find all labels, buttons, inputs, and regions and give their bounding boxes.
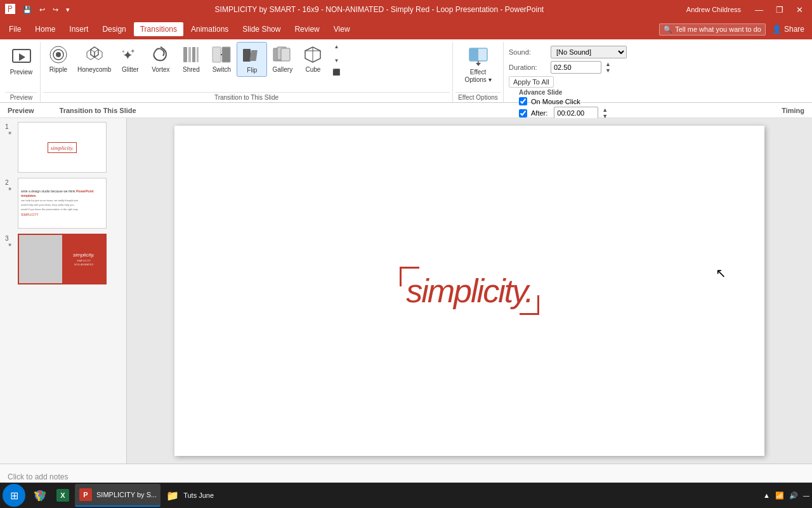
taskbar-excel[interactable]: X xyxy=(52,484,74,507)
preview-button[interactable]: Preview xyxy=(6,44,37,78)
slide-thumb-1[interactable]: 1 ★ simplicity. xyxy=(3,121,124,174)
close-button[interactable]: ✕ xyxy=(792,4,807,16)
slide-star-3: ★ xyxy=(8,242,12,248)
undo-button[interactable]: ↩ xyxy=(37,4,48,15)
menu-transitions[interactable]: Transitions xyxy=(134,22,183,36)
svg-rect-12 xyxy=(188,47,191,62)
transition-cube[interactable]: Cube xyxy=(298,42,328,76)
svg-rect-13 xyxy=(192,47,195,62)
honeycomb-label: Honeycomb xyxy=(77,66,111,73)
ribbon-preview-section: Preview Preview xyxy=(3,42,41,102)
folder-label: Tuts June xyxy=(183,491,214,499)
slide-thumb-3[interactable]: 3 ★ simplicity. SIMPLICITYNON-ANIMATED xyxy=(3,232,124,286)
effect-options-icon xyxy=(467,46,490,69)
transition-glitter[interactable]: ✦ ✦ ✦ Glitter xyxy=(115,42,145,76)
folder-icon: 📁 xyxy=(166,488,180,502)
after-input[interactable] xyxy=(554,107,598,119)
ribbon-effect-options-section: EffectOptions ▾ Effect Options xyxy=(453,42,504,102)
powerpoint-label: SIMPLICITY by S... xyxy=(96,491,157,498)
svg-rect-11 xyxy=(183,47,187,62)
slide3-left xyxy=(19,235,62,283)
svg-point-2 xyxy=(56,52,61,57)
slide-canvas[interactable]: simplicity. ↖ xyxy=(174,126,764,456)
menu-insert[interactable]: Insert xyxy=(63,22,95,36)
ribbon-transitions-section: Ripple Honeycomb xyxy=(41,42,453,102)
menu-home[interactable]: Home xyxy=(29,22,62,36)
svg-rect-16 xyxy=(222,47,230,62)
transition-shred[interactable]: Shred xyxy=(176,42,206,76)
slide-logo-container: simplicity. xyxy=(406,272,532,310)
svg-rect-19 xyxy=(250,50,258,61)
menu-slideshow[interactable]: Slide Show xyxy=(236,22,287,36)
save-button[interactable]: 💾 xyxy=(20,4,34,15)
slide-num-3: 3 xyxy=(5,234,14,242)
menu-view[interactable]: View xyxy=(327,22,357,36)
transition-switch[interactable]: Switch xyxy=(206,42,237,76)
scroll-up-arrow[interactable]: ▲ xyxy=(332,42,341,51)
sound-select[interactable]: [No Sound] xyxy=(551,46,627,58)
svg-rect-22 xyxy=(281,48,290,61)
slide-img-2: write a design studio because we think P… xyxy=(18,178,107,229)
svg-text:✦: ✦ xyxy=(130,48,135,55)
preview-icon xyxy=(11,47,32,67)
transition-flip[interactable]: Flip xyxy=(237,42,267,77)
menu-review[interactable]: Review xyxy=(288,22,325,36)
switch-label: Switch xyxy=(213,66,231,73)
customize-qat-button[interactable]: ▾ xyxy=(63,4,72,15)
transition-gallery[interactable]: Gallery xyxy=(267,42,298,76)
restore-button[interactable]: ❐ xyxy=(772,4,787,16)
ribbon-timing-section: Sound: [No Sound] Duration: ▲▼ Apply To … xyxy=(504,42,632,102)
menu-design[interactable]: Design xyxy=(96,22,132,36)
apply-all-button[interactable]: Apply To All xyxy=(509,76,554,88)
taskbar-time: ▲ xyxy=(763,491,770,499)
redo-button[interactable]: ↪ xyxy=(50,4,61,15)
on-click-checkbox[interactable] xyxy=(519,97,527,105)
taskbar-volume: 🔊 xyxy=(789,491,798,500)
scroll-down-arrow[interactable]: ▼ xyxy=(332,56,341,65)
glitter-label: Glitter xyxy=(122,66,139,73)
duration-spinner-up[interactable]: ▲▼ xyxy=(605,61,611,74)
transitions-section-label: Transition to This Slide xyxy=(43,92,450,102)
menu-file[interactable]: File xyxy=(3,22,27,36)
taskbar-folder[interactable]: 📁 Tuts June xyxy=(162,484,218,507)
menu-animations[interactable]: Animations xyxy=(185,22,235,36)
ripple-icon xyxy=(48,44,69,65)
duration-input[interactable] xyxy=(551,61,601,74)
editor-area: simplicity. ↖ xyxy=(127,118,812,464)
advance-slide-section: Advance Slide On Mouse Click After: ▲▼ xyxy=(519,88,627,119)
share-button[interactable]: 👤 Share xyxy=(767,23,809,35)
slide-logo: simplicity. xyxy=(406,272,532,310)
effect-options-button[interactable]: EffectOptions ▾ xyxy=(462,44,494,85)
slide-star-1: ★ xyxy=(8,130,12,136)
after-spinner[interactable]: ▲▼ xyxy=(602,107,608,119)
gallery-icon xyxy=(272,44,292,65)
sub-header: Preview Transition to This Slide Timing xyxy=(0,103,812,118)
transition-ripple[interactable]: Ripple xyxy=(43,42,74,76)
svg-marker-1 xyxy=(19,53,25,61)
search-icon: 🔍 xyxy=(664,25,672,34)
after-checkbox[interactable] xyxy=(519,109,527,117)
vortex-icon xyxy=(150,44,171,65)
cursor: ↖ xyxy=(716,265,726,281)
glitter-icon: ✦ ✦ ✦ xyxy=(120,44,140,65)
taskbar-chrome[interactable] xyxy=(29,484,51,507)
search-box[interactable]: 🔍 Tell me what you want to do xyxy=(659,23,766,36)
transition-vortex[interactable]: Vortex xyxy=(145,42,176,76)
taskbar-notification: — xyxy=(803,492,809,499)
start-button[interactable]: ⊞ xyxy=(3,484,25,507)
svg-marker-29 xyxy=(476,63,481,66)
slide3-right: simplicity. SIMPLICITYNON-ANIMATED xyxy=(62,235,105,283)
after-row: After: ▲▼ xyxy=(519,107,627,119)
shred-label: Shred xyxy=(183,66,200,73)
slide-num-2: 2 xyxy=(5,178,14,186)
minimize-button[interactable]: — xyxy=(751,4,767,16)
chrome-icon xyxy=(33,488,47,502)
window-controls: Andrew Childress — ❐ ✕ xyxy=(686,4,807,16)
transition-honeycomb[interactable]: Honeycomb xyxy=(74,42,115,76)
preview-section-label: Preview xyxy=(5,92,37,102)
slide-thumb-2[interactable]: 2 ★ write a design studio because we thi… xyxy=(3,177,124,230)
quick-access-toolbar: 🅿 💾 ↩ ↪ ▾ xyxy=(5,4,72,15)
taskbar-network: 📶 xyxy=(775,491,784,500)
scroll-more-arrow[interactable]: ⬛ xyxy=(332,67,341,76)
taskbar-powerpoint[interactable]: P SIMPLICITY by S... xyxy=(75,484,160,507)
